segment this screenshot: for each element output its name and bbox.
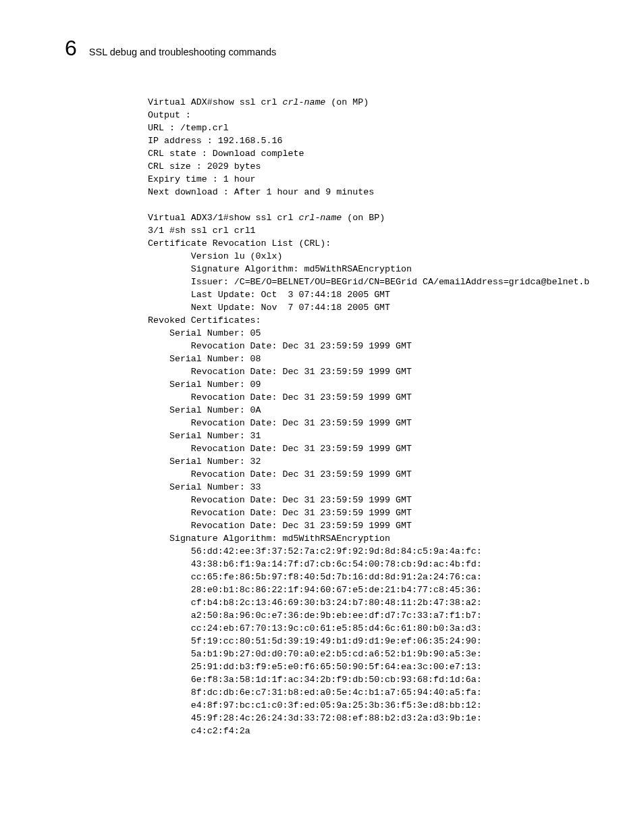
revocation-line: Revocation Date: Dec 31 23:59:59 1999 GM… xyxy=(148,469,412,479)
revocation-line: Revocation Date: Dec 31 23:59:59 1999 GM… xyxy=(148,367,412,377)
prompt-bp: Virtual ADX3/1#show ssl crl xyxy=(148,213,298,223)
sig-hex-line: 56:dd:42:ee:3f:37:52:7a:c2:9f:92:9d:8d:8… xyxy=(148,546,482,556)
page-title: SSL debug and troubleshooting commands xyxy=(89,43,277,57)
sig-hex-line: 28:e0:b1:8c:86:22:1f:94:60:67:e5:de:21:b… xyxy=(148,585,482,595)
arg-crl-name-bp: crl-name xyxy=(298,213,342,223)
sig-hex-line: cc:65:fe:86:5b:97:f8:40:5d:7b:16:dd:8d:9… xyxy=(148,572,482,582)
serial-line: Serial Number: 31 xyxy=(148,431,261,441)
sig-hex-line: 43:38:b6:f1:9a:14:7f:d7:cb:6c:54:00:78:c… xyxy=(148,559,482,569)
crl-header-line: Certificate Revocation List (CRL): xyxy=(148,238,331,249)
prompt-mp: Virtual ADX#show ssl crl xyxy=(148,97,283,107)
revocation-line: Revocation Date: Dec 31 23:59:59 1999 GM… xyxy=(148,418,412,428)
chapter-number: 6 xyxy=(65,37,77,59)
context-bp: (on BP) xyxy=(342,213,385,223)
cmd-line-mp: Virtual ADX#show ssl crl crl-name (on MP… xyxy=(148,97,369,107)
revocation-line: Revocation Date: Dec 31 23:59:59 1999 GM… xyxy=(148,495,412,505)
sig-hex-line: e4:8f:97:bc:c1:c0:3f:ed:05:9a:25:3b:36:f… xyxy=(148,700,482,710)
output-label: Output : xyxy=(148,110,191,120)
cmd-line-bp: Virtual ADX3/1#show ssl crl crl-name (on… xyxy=(148,213,385,223)
sig-hex-line: a2:50:8a:96:0c:e7:36:de:9b:eb:ee:df:d7:7… xyxy=(148,610,482,621)
url-line: URL : /temp.crl xyxy=(148,123,229,133)
arg-crl-name-mp: crl-name xyxy=(283,97,326,107)
sig-hex-line: 45:9f:28:4c:26:24:3d:33:72:08:ef:88:b2:d… xyxy=(148,713,482,723)
revocation-line: Revocation Date: Dec 31 23:59:59 1999 GM… xyxy=(148,392,412,402)
revocation-line: Revocation Date: Dec 31 23:59:59 1999 GM… xyxy=(148,341,412,351)
ip-line: IP address : 192.168.5.16 xyxy=(148,136,283,146)
serial-line: Serial Number: 32 xyxy=(148,457,261,467)
serial-line: Serial Number: 05 xyxy=(148,328,261,338)
crl-size-line: CRL size : 2029 bytes xyxy=(148,161,261,172)
terminal-output: Virtual ADX#show ssl crl crl-name (on MP… xyxy=(148,96,617,737)
sig-hex-line: c4:c2:f4:2a xyxy=(148,726,250,736)
issuer-line: Issuer: /C=BE/O=BELNET/OU=BEGrid/CN=BEGr… xyxy=(148,277,589,287)
sig-hex-line: cf:b4:b8:2c:13:46:69:30:b3:24:b7:80:48:1… xyxy=(148,598,482,608)
sig-hex-line: 5f:19:cc:80:51:5d:39:19:49:b1:d9:d1:9e:e… xyxy=(148,636,482,646)
next-update-line: Next Update: Nov 7 07:44:18 2005 GMT xyxy=(148,303,390,313)
crl-state-line: CRL state : Download complete xyxy=(148,149,304,159)
context-mp: (on MP) xyxy=(325,97,369,107)
sig-algo-line: Signature Algorithm: md5WithRSAEncryptio… xyxy=(148,264,412,274)
sig-hex-line: 25:91:dd:b3:f9:e5:e0:f6:65:50:90:5f:64:e… xyxy=(148,662,482,672)
expiry-line: Expiry time : 1 hour xyxy=(148,174,256,184)
sig-hex-line: cc:24:eb:67:70:13:9c:c0:61:e5:85:d4:6c:6… xyxy=(148,623,482,633)
page: 6 SSL debug and troubleshooting commands… xyxy=(0,0,644,834)
revoked-header: Revoked Certificates: xyxy=(148,315,261,325)
revocation-line: Revocation Date: Dec 31 23:59:59 1999 GM… xyxy=(148,508,412,518)
serial-line: Serial Number: 0A xyxy=(148,405,261,415)
version-line: Version lu (0xlx) xyxy=(148,251,283,261)
page-header: 6 SSL debug and troubleshooting commands xyxy=(65,37,590,59)
sig-hex-line: 6e:f8:3a:58:1d:1f:ac:34:2b:f9:db:50:cb:9… xyxy=(148,675,482,685)
last-update-line: Last Update: Oct 3 07:44:18 2005 GMT xyxy=(148,290,390,300)
revocation-line: Revocation Date: Dec 31 23:59:59 1999 GM… xyxy=(148,521,412,531)
serial-line: Serial Number: 09 xyxy=(148,380,261,390)
sig-algo2-line: Signature Algorithm: md5WithRSAEncryptio… xyxy=(148,533,390,544)
revocation-line: Revocation Date: Dec 31 23:59:59 1999 GM… xyxy=(148,444,412,454)
serial-line: Serial Number: 08 xyxy=(148,354,261,364)
next-download-line: Next download : After 1 hour and 9 minut… xyxy=(148,187,374,197)
sig-hex-line: 5a:b1:9b:27:0d:d0:70:a0:e2:b5:cd:a6:52:b… xyxy=(148,649,482,659)
sh-cmd-line: 3/1 #sh ssl crl crl1 xyxy=(148,226,256,236)
sig-hex-line: 8f:dc:db:6e:c7:31:b8:ed:a0:5e:4c:b1:a7:6… xyxy=(148,687,482,698)
serial-line: Serial Number: 33 xyxy=(148,482,261,492)
